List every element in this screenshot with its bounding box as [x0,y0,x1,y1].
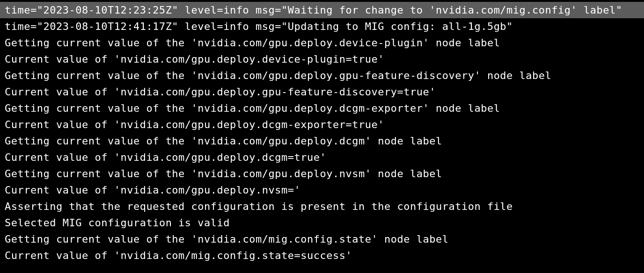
log-line: Current value of 'nvidia.com/gpu.deploy.… [5,149,639,165]
log-line: Getting current value of the 'nvidia.com… [5,67,639,84]
log-line: Getting current value of the 'nvidia.com… [5,231,639,247]
log-line: Current value of 'nvidia.com/gpu.deploy.… [5,182,639,198]
log-line: Getting current value of the 'nvidia.com… [5,100,639,116]
log-line: Current value of 'nvidia.com/gpu.deploy.… [5,116,639,133]
log-line: Selected MIG configuration is valid [5,215,639,231]
log-line: time="2023-08-10T12:23:25Z" level=info m… [0,2,644,18]
log-line: Getting current value of the 'nvidia.com… [5,133,639,149]
log-line: Getting current value of the 'nvidia.com… [5,35,639,51]
log-line: Getting current value of the 'nvidia.com… [5,165,639,182]
log-line: Current value of 'nvidia.com/gpu.deploy.… [5,84,639,100]
terminal-output[interactable]: time="2023-08-10T12:23:25Z" level=info m… [0,0,644,264]
log-line: Current value of 'nvidia.com/gpu.deploy.… [5,51,639,67]
log-line: time="2023-08-10T12:41:17Z" level=info m… [5,18,639,35]
log-line: Current value of 'nvidia.com/mig.config.… [5,247,639,264]
log-line: Asserting that the requested configurati… [5,198,639,215]
